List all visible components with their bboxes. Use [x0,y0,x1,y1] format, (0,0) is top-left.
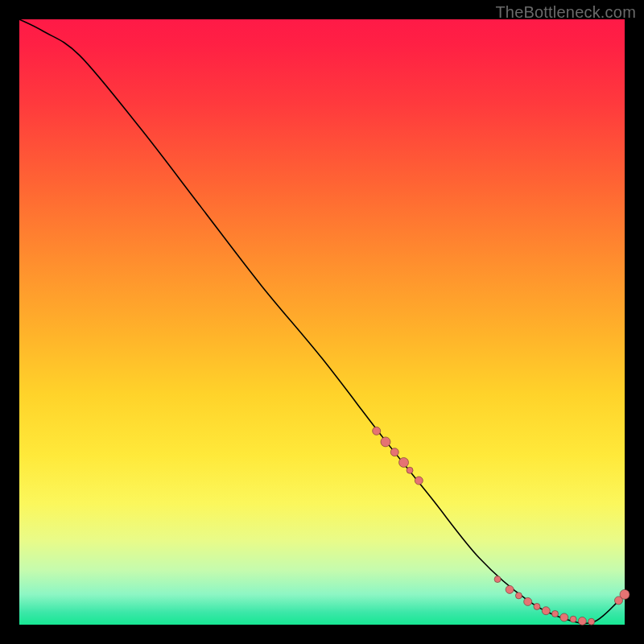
data-marker [373,427,381,435]
data-marker [515,592,522,599]
data-marker [542,607,550,615]
chart-stage: TheBottleneck.com [0,0,644,644]
plot-area [19,19,625,625]
data-marker [407,467,413,473]
data-marker [415,477,423,485]
data-marker [390,448,398,456]
data-marker [560,613,568,621]
chart-svg [19,19,625,625]
data-marker [570,616,576,622]
data-marker [506,585,514,593]
data-marker [524,597,532,605]
data-marker [381,437,390,447]
data-marker [620,589,630,599]
data-marker [552,610,559,617]
data-marker [399,457,409,467]
curve-line [19,19,625,623]
marker-group [373,427,630,625]
data-marker [534,603,540,609]
data-marker [494,576,501,583]
data-marker [578,617,586,625]
data-marker [588,618,595,625]
